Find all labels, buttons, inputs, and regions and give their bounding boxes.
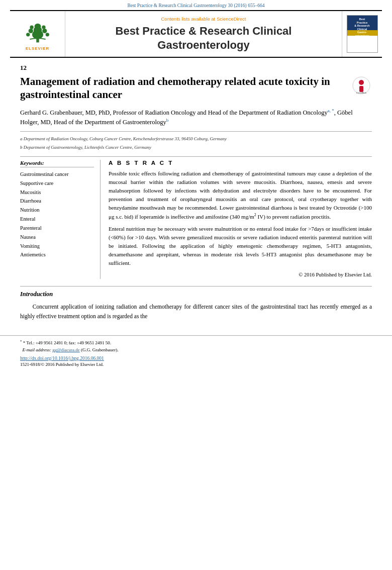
journal-title: Best Practice & Research Clinical Gastro…	[116, 24, 292, 52]
footnote-star-icon: *	[20, 339, 22, 343]
keywords-list: Gastrointestinal cancer Supportive care …	[20, 170, 94, 259]
footer-section: * * Tel.: +49 9561 2491 0; fax: +49 9651…	[0, 335, 392, 371]
introduction-heading: Introduction	[20, 291, 372, 298]
two-column-section: Keywords: Gastrointestinal cancer Suppor…	[20, 156, 372, 279]
keyword-diarrhoea: Diarrhoea	[20, 197, 94, 206]
elsevier-tree-icon	[20, 17, 55, 45]
svg-text:CrossMark: CrossMark	[356, 91, 367, 94]
abstract-text: Possible toxic effects following radiati…	[109, 169, 372, 279]
keywords-heading: Keywords:	[20, 160, 94, 167]
sciencedirect-name[interactable]: ScienceDirect	[217, 16, 246, 22]
svg-point-11	[359, 80, 364, 85]
journal-ref-bar: Best Practice & Research Clinical Gastro…	[0, 0, 392, 10]
svg-point-9	[45, 33, 49, 36]
keyword-nausea: Nausea	[20, 233, 94, 242]
affiliation-b: b Department of Gastroenterology, Lichte…	[20, 144, 372, 151]
keywords-column: Keywords: Gastrointestinal cancer Suppor…	[20, 160, 101, 279]
journal-logo-box: BestPractice& ResearchClinicalGastro-ent…	[347, 15, 378, 53]
svg-point-8	[26, 33, 30, 36]
footer-footnote: * * Tel.: +49 9561 2491 0; fax: +49 9651…	[20, 339, 372, 354]
abstract-heading: A B S T R A C T	[109, 160, 372, 166]
abstract-column: A B S T R A C T Possible toxic effects f…	[109, 160, 372, 279]
svg-point-5	[42, 29, 47, 33]
elsevier-logo-area: ELSEVIER	[10, 11, 65, 57]
svg-point-6	[30, 26, 33, 29]
keyword-parenteral: Parenteral	[20, 224, 94, 233]
introduction-section: Introduction Concurrent application of i…	[20, 286, 372, 321]
keyword-antiemetics: Antiemetics	[20, 250, 94, 259]
keyword-gastrointestinal: Gastrointestinal cancer	[20, 170, 94, 179]
footer-copyright: 1521-6918/© 2016 Published by Elsevier L…	[20, 362, 372, 367]
keyword-nutrition: Nutrition	[20, 206, 94, 215]
svg-point-7	[42, 26, 45, 29]
affiliation-a: a Department of Radiation Oncology, Cobu…	[20, 136, 372, 143]
header-section: ELSEVIER Contents lists available at Sci…	[10, 10, 382, 58]
article-title: Management of radiation and chemotherapy…	[20, 75, 372, 102]
header-center: Contents lists available at ScienceDirec…	[65, 11, 342, 57]
logo-box-title: BestPractice& ResearchClinicalGastro-ent…	[353, 18, 370, 38]
article-number: 12	[20, 64, 372, 72]
journal-reference: Best Practice & Research Clinical Gastro…	[128, 3, 265, 8]
doi-link[interactable]: http://dx.doi.org/10.1016/j.bpg.2016.06.…	[20, 356, 372, 361]
abstract-paragraph-1: Possible toxic effects following radiati…	[109, 169, 372, 221]
crossmark-icon: CrossMark	[352, 76, 370, 94]
email-label: E-mail address:	[23, 347, 51, 352]
email-link[interactable]: gg@diacura.de	[52, 347, 80, 352]
svg-point-4	[28, 29, 33, 33]
separator-line	[20, 131, 372, 132]
journal-logo-area: BestPractice& ResearchClinicalGastro-ent…	[342, 11, 382, 57]
authors-line: Gerhard G. Grabenbauer, MD, PhD, Profess…	[20, 108, 372, 127]
sciencedirect-link: Contents lists available at ScienceDirec…	[161, 16, 246, 22]
keyword-enteral: Enteral	[20, 215, 94, 224]
crossmark-badge[interactable]: CrossMark	[351, 75, 372, 96]
introduction-text: Concurrent application of ionizing radia…	[20, 302, 372, 321]
page: Best Practice & Research Clinical Gastro…	[0, 0, 392, 570]
abstract-paragraph-2: Enteral nutrition may be necessary with …	[109, 225, 372, 267]
email-note: (G.G. Grabenbauer).	[81, 347, 118, 352]
elsevier-wordmark: ELSEVIER	[26, 46, 50, 51]
keyword-mucositis: Mucositis	[20, 188, 94, 197]
abstract-copyright: © 2016 Published by Elsevier Ltd.	[109, 271, 372, 279]
svg-point-3	[34, 24, 41, 29]
keyword-supportive: Supportive care	[20, 179, 94, 188]
keyword-vomiting: Vomiting	[20, 242, 94, 251]
main-content: 12 Management of radiation and chemother…	[0, 58, 392, 328]
